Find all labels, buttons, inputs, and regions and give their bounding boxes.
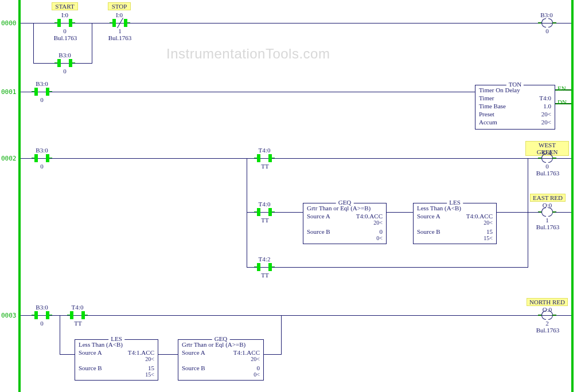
ton-desc: Timer On Delay	[479, 87, 520, 95]
ton-en: EN	[557, 85, 566, 92]
rung-number: 0001	[1, 88, 17, 96]
xic-contact-t40tt	[68, 311, 87, 319]
addr-label: I:0	[112, 11, 126, 18]
tag-label-east-red: EAST RED	[530, 194, 566, 202]
block-title: GEQ	[336, 199, 354, 206]
xic-contact-t40tt	[255, 208, 274, 216]
les-block: LES Less Than (A<B) Source AT4:0.ACC 20<…	[413, 203, 497, 244]
rung-wire	[21, 92, 475, 92]
bit-label: TT	[260, 272, 270, 279]
xic-contact-b30	[32, 311, 52, 319]
block-title: LES	[108, 335, 124, 342]
addr-label: T4:2	[256, 256, 273, 262]
les-block: LES Less Than (A<B) Source AT4:1.ACC 20<…	[75, 339, 158, 381]
addr-label: B3:0	[33, 80, 50, 87]
bit-label: 0	[545, 163, 549, 170]
addr-label: B3:0	[56, 52, 73, 58]
xic-contact-t40tt	[255, 154, 274, 162]
watermark: InstrumentationTools.com	[166, 46, 330, 62]
addr-label: T4:0	[256, 147, 273, 154]
bit-label: TT	[73, 320, 83, 327]
bit-label: 0	[545, 28, 549, 34]
branch-wire	[33, 23, 34, 63]
addr-label: T4:0	[69, 304, 86, 311]
power-rail-right	[571, 0, 574, 392]
geq-desc: Grtr Than or Eql (A>=B)	[182, 341, 245, 349]
rung-wire	[21, 315, 571, 316]
bul-label: Bul.1763	[533, 224, 562, 230]
block-title: TON	[506, 81, 524, 88]
geq-block: GEQ Grtr Than or Eql (A>=B) Source AT4:1…	[178, 339, 264, 381]
tag-label-stop: STOP	[108, 2, 131, 10]
addr-label: B3:0	[538, 11, 555, 18]
ton-preset: 20<	[528, 111, 551, 119]
xio-contact-stop	[110, 19, 130, 27]
power-rail-left	[18, 0, 21, 392]
tag-label-north-red: NORTH RED	[527, 298, 568, 306]
xic-contact-start	[55, 19, 75, 27]
branch-wire	[528, 158, 528, 267]
addr-label: B3:0	[33, 147, 50, 154]
xic-contact-b30	[32, 88, 52, 96]
bul-label: Bul.1763	[533, 170, 562, 177]
bul-label: Bul.1763	[533, 327, 562, 334]
branch-wire	[555, 212, 571, 213]
branch-wire	[92, 23, 92, 63]
bit-label: 2	[545, 320, 549, 327]
bit-label: 1	[117, 28, 123, 34]
bit-label: 0	[39, 320, 45, 327]
addr-label: B3:0	[33, 304, 50, 311]
xic-contact-latch	[55, 59, 75, 67]
bit-label: 0	[62, 28, 68, 34]
ote-coil-west-green	[539, 154, 555, 163]
ote-coil-east-red	[539, 207, 555, 217]
les-desc: Less Than (A<B)	[79, 341, 123, 349]
ton-timebase: 1.0	[528, 103, 551, 111]
bit-label: 0	[39, 96, 45, 103]
rung-wire	[21, 158, 571, 159]
bit-label: TT	[260, 217, 270, 224]
xic-contact-t42tt	[255, 263, 274, 271]
ton-accum: 20<	[528, 119, 551, 127]
ton-block: TON Timer On Delay TimerT4:0 Time Base1.…	[475, 85, 555, 130]
tag-label-start: START	[52, 2, 78, 10]
addr-label: I:0	[57, 11, 72, 18]
bul-label: Bul.1763	[105, 34, 135, 41]
les-desc: Less Than (A<B)	[417, 205, 461, 213]
geq-block: GEQ Grtr Than or Eql (A>=B) Source AT4:0…	[303, 203, 387, 244]
geq-desc: Grtr Than or Eql (A>=B)	[307, 205, 371, 213]
branch-wire	[247, 267, 528, 268]
bit-label: 1	[545, 217, 549, 224]
ton-dn: DN	[557, 99, 567, 105]
bit-label: TT	[260, 163, 270, 170]
bit-label: 0	[39, 163, 45, 170]
xic-contact-b30	[32, 154, 52, 162]
addr-label: T4:0	[256, 201, 273, 207]
branch-wire	[60, 315, 60, 354]
branch-wire	[281, 315, 282, 354]
block-title: GEQ	[212, 335, 230, 342]
bul-label: Bul.1763	[50, 34, 80, 41]
branch-wire	[247, 158, 247, 267]
ote-coil-north-red	[539, 311, 555, 320]
rung-number: 0002	[1, 155, 17, 162]
ton-timer: T4:0	[528, 95, 551, 103]
rung-number: 0000	[1, 19, 17, 27]
ote-coil-b30	[539, 18, 555, 28]
bit-label: 0	[62, 68, 68, 75]
block-title: LES	[447, 199, 463, 206]
rung-wire	[21, 23, 571, 23]
branch-wire	[528, 212, 539, 213]
rung-number: 0003	[1, 312, 17, 319]
